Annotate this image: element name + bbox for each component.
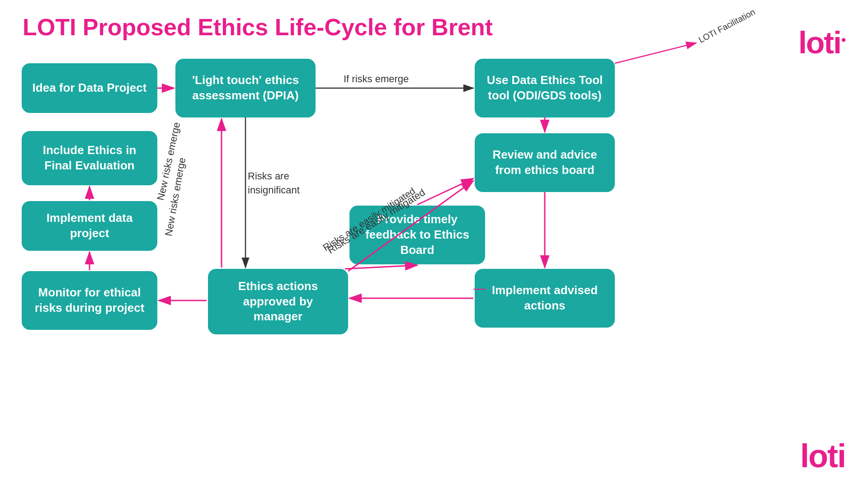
box-review-advice: Review and advice from ethics board bbox=[475, 133, 615, 192]
loti-logo-top: loti● bbox=[798, 25, 845, 60]
box-implement-advised: Implement advised actions bbox=[475, 269, 615, 328]
loti-facilitation-label: LOTI Facilitation bbox=[697, 7, 756, 45]
svg-line-18 bbox=[417, 178, 473, 205]
label-risks-insignificant: Risks areinsignificant bbox=[248, 169, 300, 197]
box-monitor: Monitor for ethical risks during project bbox=[22, 271, 157, 330]
svg-line-22 bbox=[615, 43, 696, 63]
page-title: LOTI Proposed Ethics Life-Cycle for Bren… bbox=[23, 14, 493, 41]
box-include-ethics: Include Ethics in Final Evaluation bbox=[22, 131, 157, 185]
box-implement-data: Implement data project bbox=[22, 201, 157, 251]
svg-line-21 bbox=[345, 265, 417, 269]
box-light-touch: 'Light touch' ethics assessment (DPIA) bbox=[175, 59, 316, 117]
svg-text:If risks emerge: If risks emerge bbox=[344, 73, 409, 84]
loti-logo-bottom: loti bbox=[800, 437, 845, 474]
box-use-data-ethics: Use Data Ethics Tool tool (ODI/GDS tools… bbox=[475, 59, 615, 117]
box-ethics-approved: Ethics actions approved by manager bbox=[208, 269, 348, 334]
box-idea: Idea for Data Project bbox=[22, 63, 157, 113]
